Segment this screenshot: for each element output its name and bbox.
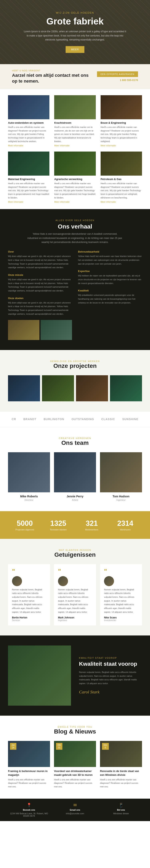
hero-content: Wij zijn gele hoeden Grote fabriek Lorem… xyxy=(23,11,127,53)
service-item: Agrarische verwerking Heeft u ons een ef… xyxy=(54,152,96,203)
hero-button[interactable]: MEER xyxy=(66,46,85,53)
project-thumb-1[interactable] xyxy=(8,375,40,401)
testimonial-text-3: Nomen vulputat lorem, Begbali natio accu… xyxy=(104,588,138,614)
team-role-3: Ingenieur xyxy=(100,499,142,501)
team-name-1: Mike Roberts xyxy=(8,495,50,498)
testimonial-text-2: Nomen vulputat lorem, Begbali natio accu… xyxy=(58,588,92,614)
projects-header: Geweldige en grootse werken Onze project… xyxy=(8,360,142,369)
service-image-1 xyxy=(8,95,49,119)
testimonial-2: " Nomen vulputat lorem, Begbali natio ac… xyxy=(54,564,96,626)
contact-label: Hebt u nog vragen? xyxy=(12,69,93,72)
blog-date-1: Jan 24 xyxy=(10,743,16,750)
contact-phone: 1 800 555-0176 xyxy=(120,79,138,82)
blog-date-3: Dec 5 xyxy=(102,743,109,750)
story-text-missie: Wij doen altijd waar we goed in zijn. Al… xyxy=(8,278,72,293)
story-heading-over: Over xyxy=(8,250,72,253)
service-title-5: Agrarische verwerking xyxy=(54,178,96,181)
hero-subtitle: Wij zijn gele hoeden xyxy=(23,11,127,14)
project-thumb-4[interactable] xyxy=(110,375,142,401)
story-img-1 xyxy=(8,320,39,340)
testimonial-role-2: Ingenieur xyxy=(58,619,92,621)
footer: 📍 Bezoek ons 1234 NW Bobcat Lane, St. Ro… xyxy=(0,799,150,821)
service-link-3[interactable]: Meer informatie xyxy=(101,144,142,147)
stat-number-3: 321 xyxy=(75,519,109,528)
blog-date-2: Okt 31 xyxy=(56,743,63,750)
service-item: Materiaal Engineering Heeft u ons een ef… xyxy=(8,152,49,203)
projects-subtitle: Geweldige en grootse werken xyxy=(8,360,142,363)
quality-image xyxy=(8,646,71,706)
testimonial-avatar-2 xyxy=(58,576,68,586)
story-title: Ons verhaal xyxy=(8,223,142,230)
story-images xyxy=(8,320,72,340)
blog-date-day-2: Okt xyxy=(58,744,61,746)
service-title-4: Materiaal Engineering xyxy=(8,178,49,181)
projects-title: Onze projecten xyxy=(8,363,142,369)
stat-number-2: 1325 xyxy=(42,519,75,528)
service-link-6[interactable]: Meer informatie xyxy=(101,201,142,203)
service-image-2 xyxy=(54,95,96,119)
blog-post-title-2[interactable]: Voordeel van drinkwaterkamer maakt gebru… xyxy=(54,769,96,777)
footer-visit: 📍 Bezoek ons 1234 NW Bobcat Lane, St. Ro… xyxy=(8,803,50,817)
blog-title: Blog & Nieuws xyxy=(8,728,142,735)
quote-icon-2: " xyxy=(58,568,92,575)
stat-2: 1325 Tevreden klanten xyxy=(42,519,75,531)
blog-post-desc-3: Heeft u ons een efficiënte manier van di… xyxy=(100,778,142,788)
team-photo-2 xyxy=(54,452,96,492)
blog-post-title-3[interactable]: Renovatie in de tierde staat van een Win… xyxy=(100,769,142,777)
contact-banner: Hebt u nog vragen? Aarzel niet om altijd… xyxy=(0,64,150,89)
hero-section: Wij zijn gele hoeden Grote fabriek Lorem… xyxy=(0,0,150,64)
services-section: Auto-onderdelen en systeem Heeft u ons e… xyxy=(0,89,150,209)
team-member-3: Tom Hudson Ingenieur xyxy=(100,452,142,501)
service-link-1[interactable]: Meer informatie xyxy=(8,144,49,147)
blog-post-2: Okt 31 Voordeel van drinkwaterkamer maak… xyxy=(54,741,96,788)
footer-phone-value: Windows divisie xyxy=(113,812,129,815)
quality-description: Nomen vulputat lorem, Begbali natio accu… xyxy=(79,670,142,685)
team-name-2: Jennie Perry xyxy=(54,495,96,498)
email-icon: ✉ xyxy=(73,803,77,807)
testimonial-avatar-3 xyxy=(104,576,114,586)
team-role-1: Directeur xyxy=(8,499,50,501)
project-thumb-2[interactable] xyxy=(42,375,74,401)
service-item: Auto-onderdelen en systeem Heeft u ons e… xyxy=(8,95,49,147)
story-section: Alles over gele hoeden Ons verhaal Yello… xyxy=(0,209,150,350)
service-item: Bouw & Engineering Heeft u ons een effic… xyxy=(101,95,142,147)
service-link-4[interactable]: Meer informatie xyxy=(8,201,49,203)
team-photo-3 xyxy=(100,452,142,492)
partner-logo-outstanding: OUTSTANDING xyxy=(72,417,94,421)
blog-post-title-1[interactable]: Framing & buitenmuur muren in magazijn xyxy=(8,769,50,777)
contact-title: Aarzel niet om altijd contact met onsop … xyxy=(12,72,93,84)
quote-icon-1: " xyxy=(12,568,46,575)
team-member-2: Jennie Perry Artiest xyxy=(54,452,96,501)
team-section: Creatieve hereenen Ons team Mike Roberts… xyxy=(0,427,150,511)
stat-4: 2314 Werkhuren xyxy=(109,519,142,531)
story-block-betrouw: Betrouwbaarheid Yellow Hats heeft het ve… xyxy=(78,250,142,266)
story-text-betrouw: Yellow Hats heeft het vertrouwen van haa… xyxy=(78,254,142,266)
stat-3: 321 Medewerkers xyxy=(75,519,109,531)
testimonial-avatar-1 xyxy=(12,576,22,586)
footer-visit-value: 1234 NW Bobcat Lane, St. Robert, MO 6558… xyxy=(8,812,50,817)
quality-title: Kwaliteit staat voorop xyxy=(79,661,142,667)
quote-button[interactable]: EEN OFFERTE AANVRAGEN xyxy=(97,71,138,77)
partner-logo-classic: CLASSIC xyxy=(101,417,115,421)
story-heading-doelen: Onze doelen xyxy=(8,297,72,300)
service-link-5[interactable]: Meer informatie xyxy=(54,201,96,203)
story-block-missie: Onze missie Wij doen altijd waar we goed… xyxy=(8,273,72,293)
testimonial-name-3: Nike Scaes xyxy=(104,616,138,619)
contact-banner-right: EEN OFFERTE AANVRAGEN 1 800 555-0176 xyxy=(97,69,138,82)
blog-grid: Jan 24 Framing & buitenmuur muren in mag… xyxy=(8,741,142,788)
project-thumb-3[interactable] xyxy=(76,375,108,401)
contact-banner-left: Hebt u nog vragen? Aarzel niet om altijd… xyxy=(12,69,93,84)
blog-date-day-3: Dec xyxy=(104,744,107,746)
testimonials-subtitle: Wat klanten zeggen xyxy=(8,549,142,551)
quality-signature: Carol Stark xyxy=(79,689,142,694)
partners-section: CR BRANDT BURLINGTON OUTSTANDING CLASSIC… xyxy=(0,411,150,427)
projects-grid xyxy=(8,375,142,401)
partner-logo-cr: CR xyxy=(11,417,16,421)
footer-email: ✉ Email ons info@yoursite.com xyxy=(54,803,96,817)
testimonial-text-1: Nomen vulputat lorem, Begbali natio accu… xyxy=(12,588,46,614)
service-image-6 xyxy=(101,152,142,176)
testimonials-grid: " Nomen vulputat lorem, Begbali natio ac… xyxy=(8,564,142,626)
blog-post-1: Jan 24 Framing & buitenmuur muren in mag… xyxy=(8,741,50,788)
team-role-2: Artiest xyxy=(54,499,96,501)
service-link-2[interactable]: Meer informatie xyxy=(54,144,96,147)
